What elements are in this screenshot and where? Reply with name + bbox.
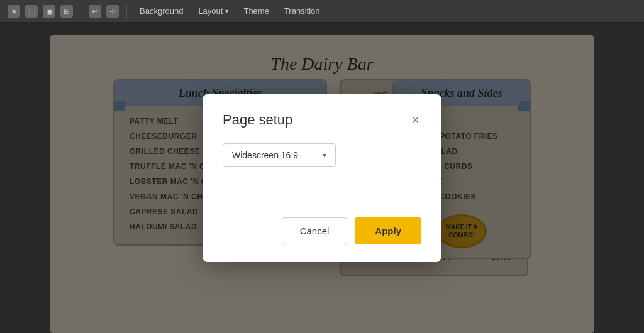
transition-button[interactable]: Transition	[279, 5, 325, 17]
toolbar-icon-4[interactable]: ⊞	[60, 5, 73, 18]
toolbar: ★ ⬚ ▣ ⊞ ↩ ⊹ Background Layout ▾ Theme Tr…	[0, 0, 644, 23]
close-button[interactable]: ×	[409, 112, 421, 128]
layout-button[interactable]: Layout ▾	[193, 5, 233, 17]
modal-header: Page setup ×	[223, 112, 421, 128]
toolbar-icon-6[interactable]: ⊹	[106, 5, 119, 18]
background-button[interactable]: Background	[135, 5, 188, 17]
toolbar-icon-5[interactable]: ↩	[89, 5, 101, 18]
main-area: The Dairy Bar Lunch Specialties PATTY ME…	[0, 23, 644, 333]
theme-button[interactable]: Theme	[238, 5, 274, 17]
chevron-down-icon: ▾	[323, 151, 326, 160]
toolbar-icon-2[interactable]: ⬚	[25, 5, 38, 18]
dropdown-label: Widescreen 16:9	[232, 150, 318, 160]
cancel-button[interactable]: Cancel	[282, 217, 348, 244]
toolbar-icon-3[interactable]: ▣	[43, 5, 55, 18]
modal-title: Page setup	[223, 112, 292, 128]
modal-overlay: Page setup × Widescreen 16:9 ▾ Cancel Ap…	[0, 23, 644, 333]
toolbar-divider-2	[126, 5, 127, 18]
toolbar-icon-1[interactable]: ★	[8, 5, 20, 18]
layout-chevron-icon: ▾	[225, 8, 228, 14]
toolbar-divider-1	[80, 5, 81, 18]
page-setup-modal: Page setup × Widescreen 16:9 ▾ Cancel Ap…	[203, 94, 441, 262]
modal-footer: Cancel Apply	[223, 217, 421, 244]
page-size-dropdown[interactable]: Widescreen 16:9 ▾	[223, 143, 336, 167]
dropdown-container: Widescreen 16:9 ▾	[223, 143, 421, 167]
apply-button[interactable]: Apply	[355, 217, 421, 244]
